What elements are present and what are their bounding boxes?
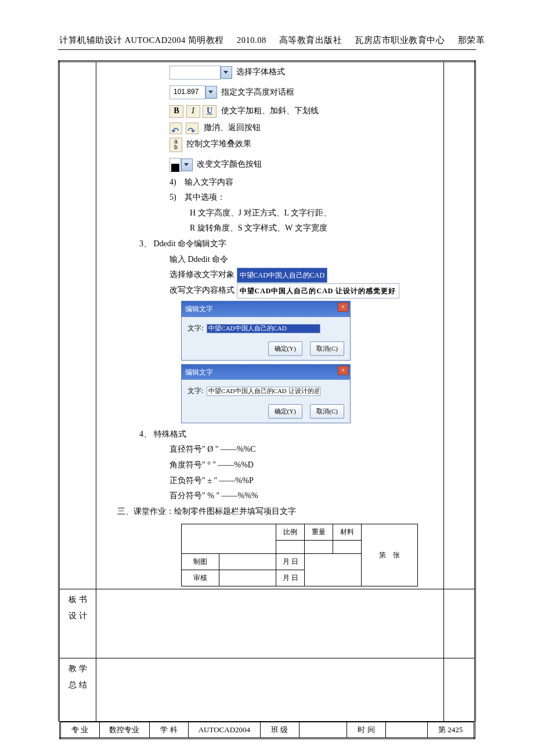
cancel-button[interactable]: 取消(C) bbox=[310, 404, 344, 419]
item-5: 5) 其中选项： bbox=[100, 190, 440, 206]
board-design-content bbox=[96, 589, 444, 658]
right-margin bbox=[444, 658, 475, 721]
biu-text: 使文字加粗、加斜、下划线 bbox=[221, 106, 319, 115]
info-major-value: 数控专业 bbox=[99, 722, 149, 738]
underline-icon[interactable]: U bbox=[203, 105, 217, 118]
dropdown-icon[interactable] bbox=[181, 159, 193, 171]
redo-icon[interactable] bbox=[186, 123, 199, 134]
font-style-select[interactable] bbox=[169, 66, 221, 80]
color-row: 改变文字颜色按钮 bbox=[100, 157, 440, 172]
ddedit-change-row: 改写文字内容格式 中望CAD中国人自己的CAD 让设计的感觉更好 bbox=[100, 283, 440, 298]
color-swatch bbox=[171, 164, 179, 172]
sp-3: 正负符号" ± " ——%%P bbox=[100, 473, 440, 489]
info-page-value: 第 2425 bbox=[427, 722, 474, 738]
text-input[interactable] bbox=[207, 324, 320, 333]
edit-text-dialog-2: 编辑文字 × 文字: 确定(Y) 取消(C) bbox=[181, 364, 351, 423]
font-style-row: 选择字体格式 bbox=[100, 64, 440, 80]
cancel-button[interactable]: 取消(C) bbox=[310, 341, 344, 356]
header-text-4: 瓦房店市职业教育中心 bbox=[355, 35, 445, 45]
height-text: 指定文字高度对话框 bbox=[221, 88, 294, 96]
sp-4: 百分符号" % " ——%%% bbox=[100, 488, 440, 504]
info-time-value bbox=[386, 722, 428, 738]
stack-row: ab 控制文字堆叠效果 bbox=[100, 136, 440, 152]
info-subject-value: AUTOCAD2004 bbox=[189, 722, 260, 738]
height-select[interactable]: 101.897 bbox=[169, 85, 205, 99]
ddedit-input: 输入 Ddedit 命令 bbox=[100, 252, 440, 268]
text-label: 文字: bbox=[187, 324, 203, 332]
dropdown-icon[interactable] bbox=[221, 66, 232, 79]
section-4: 4、 特殊格式 bbox=[100, 427, 440, 442]
color-button[interactable] bbox=[169, 158, 181, 172]
bold-icon[interactable]: B bbox=[169, 105, 183, 118]
tb-bili: 比例 bbox=[276, 524, 305, 541]
tb-zhitu: 制图 bbox=[182, 554, 219, 570]
page-header: 计算机辅助设计 AUTOCAD2004 简明教程 2010.08 高等教育出版社… bbox=[58, 35, 476, 50]
close-icon[interactable]: × bbox=[338, 366, 348, 375]
dialog-title: 编辑文字 bbox=[185, 305, 213, 313]
color-text: 改变文字颜色按钮 bbox=[197, 160, 262, 168]
height-row: 101.897 指定文字高度对话框 bbox=[100, 85, 440, 100]
right-margin bbox=[444, 62, 475, 589]
info-time-label: 时 间 bbox=[347, 722, 385, 738]
tb-cailiao: 材料 bbox=[333, 524, 362, 541]
header-text-1: 计算机辅助设计 AUTOCAD2004 简明教程 bbox=[59, 35, 224, 45]
ok-button[interactable]: 确定(Y) bbox=[268, 404, 302, 419]
teaching-summary-content bbox=[96, 658, 444, 721]
right-margin bbox=[444, 589, 475, 658]
ok-button[interactable]: 确定(Y) bbox=[268, 341, 302, 356]
item-4: 4) 输入文字内容 bbox=[100, 175, 440, 190]
opt-2: R 旋转角度、S 文字样式、W 文字宽度 bbox=[100, 221, 440, 236]
left-label-empty bbox=[59, 62, 96, 589]
title-block-table: 比例 重量 材料 第 张 制图 bbox=[181, 524, 418, 586]
info-major-label: 专 业 bbox=[60, 722, 99, 738]
biu-row: B I U 使文字加粗、加斜、下划线 bbox=[100, 103, 440, 119]
ddedit-select-text: 选择修改文字对象 bbox=[169, 270, 234, 279]
close-icon[interactable]: × bbox=[338, 303, 348, 312]
tb-shenhe: 审核 bbox=[182, 570, 219, 586]
undo-row: 撤消、返回按钮 bbox=[100, 120, 440, 136]
tb-di: 第 bbox=[379, 551, 386, 559]
changed-text-box: 中望CAD中国人自己的CAD 让设计的感觉更好 bbox=[237, 283, 399, 299]
undo-icon[interactable] bbox=[169, 123, 182, 134]
dialog-titlebar[interactable]: 编辑文字 × bbox=[182, 301, 350, 317]
header-text-3: 高等教育出版社 bbox=[279, 35, 342, 45]
dialog-titlebar[interactable]: 编辑文字 × bbox=[182, 365, 350, 380]
board-design-label: 板 书设 计 bbox=[59, 589, 96, 658]
lesson-table: 选择字体格式 101.897 指定文字高度对话框 B I U 使文字加粗、加斜、… bbox=[58, 60, 476, 739]
italic-icon[interactable]: I bbox=[186, 105, 200, 118]
dialog-body: 文字: bbox=[182, 380, 350, 401]
stack-text: 控制文字堆叠效果 bbox=[186, 139, 251, 148]
sp-1: 直径符号" Ø " ——%%C bbox=[100, 442, 440, 458]
ddedit-change-text: 改写文字内容格式 bbox=[169, 286, 234, 294]
ddedit-select-row: 选择修改文字对象 中望CAD中国人自己的CAD bbox=[100, 267, 440, 283]
sp-2: 角度符号" ° " ——%%D bbox=[100, 458, 440, 473]
text-label: 文字: bbox=[187, 387, 203, 395]
tb-date-2: 月 日 bbox=[276, 570, 305, 586]
teaching-summary-label: 教 学总 结 bbox=[59, 658, 96, 721]
page: 计算机辅助设计 AUTOCAD2004 简明教程 2010.08 高等教育出版社… bbox=[0, 0, 534, 756]
info-class-value bbox=[299, 722, 347, 738]
text-input[interactable] bbox=[207, 387, 320, 396]
opt-1: H 文字高度、J 对正方式、L 文字行距、 bbox=[100, 206, 440, 221]
info-row: 专 业 数控专业 学 科 AUTOCAD2004 班 级 时 间 第 2425 bbox=[59, 722, 475, 739]
edit-text-dialog-1: 编辑文字 × 文字: 确定(Y) 取消(C) bbox=[181, 301, 351, 360]
selected-text-highlight: 中望CAD中国人自己的CAD bbox=[237, 268, 328, 283]
dialog-buttons: 确定(Y) 取消(C) bbox=[182, 339, 350, 360]
font-style-text: 选择字体格式 bbox=[236, 67, 285, 76]
main-content: 选择字体格式 101.897 指定文字高度对话框 B I U 使文字加粗、加斜、… bbox=[96, 62, 444, 589]
info-subject-label: 学 科 bbox=[149, 722, 188, 738]
header-text-2: 2010.08 bbox=[237, 35, 266, 45]
info-class-label: 班 级 bbox=[260, 722, 299, 738]
undo-text: 撤消、返回按钮 bbox=[204, 123, 261, 132]
tb-zhang: 张 bbox=[393, 551, 400, 559]
classwork: 三、课堂作业：绘制零件图标题栏并填写项目文字 bbox=[100, 504, 440, 520]
tb-date-1: 月 日 bbox=[276, 554, 305, 570]
dialog-buttons: 确定(Y) 取消(C) bbox=[182, 401, 350, 423]
dialog-body: 文字: bbox=[182, 317, 350, 339]
dialog-title: 编辑文字 bbox=[185, 368, 213, 376]
section-3: 3、 Ddedit 命令编辑文字 bbox=[100, 236, 440, 252]
tb-zhongliang: 重量 bbox=[305, 524, 333, 541]
dropdown-icon[interactable] bbox=[205, 86, 217, 99]
header-text-5: 那荣革 bbox=[458, 35, 485, 45]
